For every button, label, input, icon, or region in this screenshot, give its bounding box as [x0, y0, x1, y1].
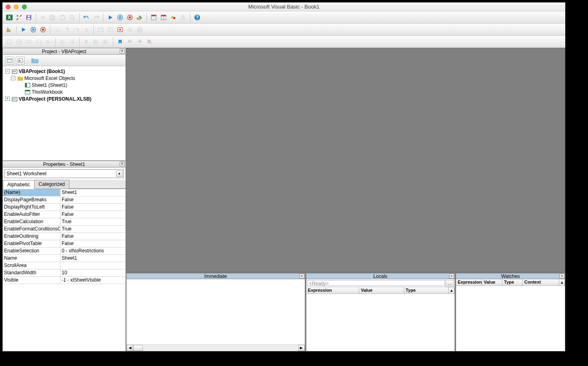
close-icon[interactable]: × — [560, 273, 564, 278]
redo-icon[interactable] — [92, 13, 101, 22]
property-value[interactable]: False — [60, 240, 125, 247]
collapse-icon[interactable]: − — [5, 69, 10, 73]
property-value[interactable]: Sheet1 — [60, 255, 125, 262]
scroll-right-icon[interactable]: ▶ — [298, 345, 305, 351]
property-value[interactable]: 0 - xlNoRestrictions — [60, 248, 125, 254]
clear-bookmarks-icon[interactable] — [145, 37, 154, 46]
horizontal-scrollbar[interactable]: ◀ ▶ — [127, 344, 305, 351]
toggle-folders-icon[interactable] — [30, 56, 39, 65]
compile-icon[interactable] — [5, 25, 14, 34]
break-icon[interactable] — [29, 25, 38, 34]
close-icon[interactable]: × — [299, 273, 304, 278]
col-expression[interactable]: Expression — [306, 287, 360, 293]
tree-project-root[interactable]: + VBAProject (PERSONAL.XLSB) — [5, 95, 125, 102]
complete-word-icon[interactable]: A→ — [44, 37, 53, 46]
col-type[interactable]: Type — [502, 279, 523, 285]
property-value[interactable]: -1 - xlSheetVisible — [60, 277, 125, 284]
tab-categorized[interactable]: Categorized — [34, 180, 69, 189]
property-row[interactable]: EnableFormatConditionsCalculationTrue — [3, 226, 125, 233]
property-row[interactable]: DisplayPageBreaksFalse — [3, 196, 125, 204]
tools-icon[interactable] — [15, 13, 24, 22]
expand-icon[interactable]: + — [5, 97, 10, 101]
next-bookmark-icon[interactable] — [125, 37, 134, 46]
stop-icon[interactable] — [125, 13, 134, 22]
copy-icon[interactable] — [48, 13, 57, 22]
project-tree[interactable]: − VBAProject (Book1) − Microsoft Excel O… — [3, 66, 125, 160]
property-row[interactable]: EnableCalculationTrue — [3, 218, 125, 226]
property-row[interactable]: NameSheet1 — [3, 255, 125, 262]
immediate-window-icon[interactable]: > — [106, 25, 115, 34]
watches-title[interactable]: Watches × — [456, 273, 565, 279]
breakpoint-hand-icon[interactable] — [82, 37, 91, 46]
uncomment-block-icon[interactable] — [101, 37, 110, 46]
titlebar[interactable]: Microsoft Visual Basic - Book1 — [2, 2, 565, 11]
tree-project-root[interactable]: − VBAProject (Book1) — [5, 68, 125, 75]
locals-window-icon[interactable] — [96, 25, 105, 34]
outdent-icon[interactable] — [68, 37, 77, 46]
list-constants-icon[interactable] — [15, 37, 24, 46]
parameter-info-icon[interactable]: ( ) — [34, 37, 43, 46]
excel-icon[interactable]: X — [5, 13, 14, 22]
quick-info-icon[interactable] — [24, 37, 33, 46]
indent-icon[interactable] — [58, 37, 67, 46]
property-row[interactable]: (Name)Sheet1 — [3, 189, 125, 196]
step-into-icon[interactable] — [62, 25, 71, 34]
property-value[interactable]: True — [60, 226, 125, 233]
close-icon[interactable]: × — [449, 273, 454, 278]
quick-watch-icon[interactable] — [125, 25, 134, 34]
property-value[interactable]: False — [60, 233, 125, 240]
scroll-up-icon[interactable]: ▴ — [449, 287, 454, 293]
col-context[interactable]: Context — [523, 279, 559, 285]
tree-sheet-item[interactable]: Sheet1 (Sheet1) — [18, 82, 125, 88]
col-type[interactable]: Type — [404, 287, 449, 293]
design-mode-icon[interactable] — [135, 13, 144, 22]
locals-list[interactable] — [306, 294, 454, 351]
step-out-icon[interactable] — [82, 25, 91, 34]
properties-object-dropdown[interactable]: Sheet1 Worksheet ▼ — [4, 169, 124, 178]
properties-window-icon[interactable] — [159, 13, 168, 22]
property-value[interactable] — [60, 262, 125, 269]
run-icon[interactable] — [106, 13, 115, 22]
property-value[interactable]: True — [60, 218, 125, 225]
toolbox-icon[interactable] — [179, 13, 187, 22]
tree-workbook-item[interactable]: ThisWorkbook — [18, 88, 125, 95]
locals-title[interactable]: Locals × — [306, 273, 454, 279]
collapse-icon[interactable]: − — [11, 76, 15, 80]
watch-window-icon[interactable] — [116, 25, 125, 34]
properties-panel-title[interactable]: Properties - Sheet1 × — [3, 161, 125, 168]
save-icon[interactable] — [24, 13, 33, 22]
tree-folder[interactable]: − Microsoft Excel Objects — [11, 75, 125, 82]
col-value[interactable]: Value — [482, 279, 502, 285]
cut-icon[interactable]: ✂ — [39, 13, 47, 22]
property-row[interactable]: EnableSelection0 - xlNoRestrictions — [3, 248, 125, 255]
view-code-icon[interactable] — [5, 56, 14, 65]
call-stack-button[interactable]: … — [446, 280, 454, 287]
scroll-left-icon[interactable]: ◀ — [127, 345, 133, 351]
property-value[interactable]: False — [60, 211, 125, 218]
project-explorer-icon[interactable] — [149, 13, 158, 22]
property-row[interactable]: EnableAutoFilterFalse — [3, 211, 125, 218]
property-value[interactable]: False — [60, 196, 125, 203]
step-over-icon[interactable] — [72, 25, 81, 34]
undo-icon[interactable] — [82, 13, 91, 22]
immediate-title[interactable]: Immediate × — [127, 273, 305, 279]
property-row[interactable]: ScrollArea — [3, 262, 125, 269]
property-value[interactable]: False — [60, 204, 125, 211]
prev-bookmark-icon[interactable] — [135, 37, 144, 46]
comment-block-icon[interactable] — [92, 37, 101, 46]
scroll-up-icon[interactable]: ▴ — [559, 279, 565, 285]
property-row[interactable]: DisplayRightToLeftFalse — [3, 204, 125, 211]
toggle-breakpoint-icon[interactable] — [53, 25, 62, 34]
help-icon[interactable]: ? — [193, 13, 202, 22]
view-object-icon[interactable] — [16, 56, 25, 65]
col-value[interactable]: Value — [359, 287, 404, 293]
find-icon[interactable] — [68, 13, 77, 22]
property-row[interactable]: StandardWidth10 — [3, 269, 125, 277]
toggle-bookmark-icon[interactable] — [116, 37, 125, 46]
immediate-textarea[interactable]: ◀ ▶ — [127, 279, 305, 351]
pause-icon[interactable] — [116, 13, 125, 22]
property-value[interactable]: 10 — [60, 269, 125, 276]
reset-icon[interactable] — [39, 25, 47, 34]
property-row[interactable]: Visible-1 - xlSheetVisible — [3, 277, 125, 284]
list-properties-icon[interactable] — [5, 37, 14, 46]
